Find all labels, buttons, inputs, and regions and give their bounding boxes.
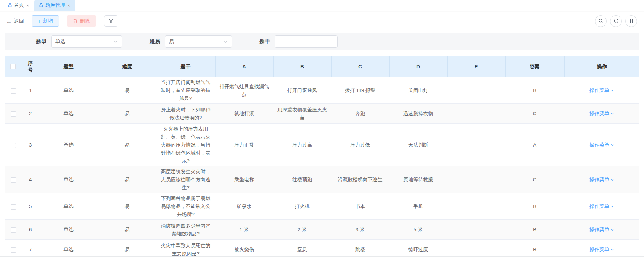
table-row: 2 单选 易 身上着火时，下列哪种做法是错误的? 就地打滚 用厚重衣物覆盖压灭火… bbox=[5, 104, 639, 124]
tab-label: 题库管理 bbox=[45, 2, 65, 9]
tab-question-bank[interactable]: 题库管理 × bbox=[34, 0, 76, 11]
stem-input[interactable] bbox=[275, 35, 338, 48]
chevron-down-icon bbox=[610, 228, 614, 232]
select-all-checkbox[interactable] bbox=[10, 64, 16, 69]
chevron-down-icon bbox=[610, 248, 614, 252]
chevron-down-icon bbox=[114, 40, 118, 44]
row-checkbox[interactable] bbox=[11, 88, 16, 94]
col-no: 序号 bbox=[22, 56, 39, 77]
cell-option-a: 矿泉水 bbox=[215, 193, 273, 220]
action-menu-label: 操作菜单 bbox=[589, 176, 609, 184]
cell-option-b: 2 米 bbox=[273, 220, 331, 240]
search-button[interactable] bbox=[595, 15, 607, 27]
tab-bar: 首页 × 题库管理 × bbox=[0, 0, 644, 11]
table-row: 7 单选 易 火灾中导致人员死亡的主要原因是? 被火烧伤 窒息 跳楼 惊吓过度 … bbox=[5, 240, 639, 258]
cell-option-b: 用厚重衣物覆盖压灭火苗 bbox=[273, 104, 331, 124]
type-select-value: 单选 bbox=[55, 38, 65, 45]
action-menu-link[interactable]: 操作菜单 bbox=[589, 110, 614, 118]
row-checkbox[interactable] bbox=[11, 177, 16, 183]
difficulty-select[interactable]: 易 bbox=[165, 35, 232, 48]
filter-group-difficulty: 难易 易 bbox=[150, 35, 232, 48]
cell-option-a: 1 米 bbox=[215, 220, 273, 240]
cell-option-a: 被火烧伤 bbox=[215, 240, 273, 258]
cell-stem: 高层建筑发生火灾时，人员应该往哪个方向逃生? bbox=[156, 166, 215, 193]
col-answer: 答案 bbox=[505, 56, 564, 77]
cell-option-b: 打开门窗通风 bbox=[273, 77, 331, 104]
chevron-down-icon bbox=[610, 143, 614, 147]
cell-type: 单选 bbox=[39, 124, 98, 166]
action-menu-link[interactable]: 操作菜单 bbox=[589, 226, 614, 234]
row-checkbox[interactable] bbox=[11, 204, 16, 210]
type-label: 题型 bbox=[36, 38, 47, 45]
table-row: 5 单选 易 下列哪种物品属于易燃易爆物品，不能带入公共场所? 矿泉水 打火机 … bbox=[5, 193, 639, 220]
footer-divider bbox=[0, 256, 644, 257]
cell-stem: 灭火器上的压力表用红、黄、绿三色表示灭火器的压力情况，当指针指在绿色区域时，表示… bbox=[156, 124, 215, 166]
filter-button[interactable] bbox=[104, 15, 118, 27]
difficulty-label: 难易 bbox=[150, 38, 160, 45]
chevron-down-icon bbox=[610, 89, 614, 92]
chevron-down-icon bbox=[610, 205, 614, 208]
row-checkbox[interactable] bbox=[11, 143, 16, 148]
add-button[interactable]: + 新增 bbox=[32, 15, 59, 27]
cell-option-b: 压力过高 bbox=[273, 124, 331, 166]
cell-no: 1 bbox=[22, 77, 39, 104]
cell-option-d: 无法判断 bbox=[389, 124, 447, 166]
cell-type: 单选 bbox=[39, 220, 98, 240]
back-label: 返回 bbox=[14, 18, 24, 24]
cell-answer: B bbox=[505, 240, 564, 258]
filter-group-stem: 题干 bbox=[259, 35, 338, 48]
filter-bar: 题型 单选 难易 易 题干 bbox=[5, 33, 639, 50]
toolbar: ← 返回 + 新增 删除 bbox=[0, 11, 644, 31]
cell-option-c: 奔跑 bbox=[331, 104, 389, 124]
action-menu-link[interactable]: 操作菜单 bbox=[589, 245, 614, 253]
col-e: E bbox=[447, 56, 505, 77]
action-menu-label: 操作菜单 bbox=[589, 110, 609, 118]
type-select[interactable]: 单选 bbox=[51, 35, 122, 48]
delete-label: 删除 bbox=[80, 18, 90, 24]
row-checkbox[interactable] bbox=[11, 247, 16, 253]
cell-option-e bbox=[447, 220, 505, 240]
cell-option-d: 惊吓过度 bbox=[389, 240, 447, 258]
action-menu-link[interactable]: 操作菜单 bbox=[589, 176, 614, 184]
cell-answer: B bbox=[505, 193, 564, 220]
cell-difficulty: 易 bbox=[98, 104, 156, 124]
refresh-button[interactable] bbox=[610, 15, 622, 27]
cell-no: 7 bbox=[22, 240, 39, 258]
action-menu-label: 操作菜单 bbox=[589, 86, 609, 94]
cell-option-c: 拨打 119 报警 bbox=[331, 77, 389, 104]
cell-option-d: 原地等待救援 bbox=[389, 166, 447, 193]
cell-no: 3 bbox=[22, 124, 39, 166]
cell-option-a: 乘坐电梯 bbox=[215, 166, 273, 193]
chevron-down-icon bbox=[610, 178, 614, 182]
action-menu-link[interactable]: 操作菜单 bbox=[589, 141, 614, 149]
action-menu-link[interactable]: 操作菜单 bbox=[589, 202, 614, 210]
back-button[interactable]: ← 返回 bbox=[6, 18, 24, 24]
table-row: 6 单选 易 消防栓周围多少米内严禁堆放物品? 1 米 2 米 3 米 5 米 … bbox=[5, 220, 639, 240]
row-checkbox[interactable] bbox=[11, 227, 16, 233]
difficulty-select-value: 易 bbox=[169, 38, 174, 45]
add-label: 新增 bbox=[43, 18, 53, 24]
close-icon[interactable]: × bbox=[67, 3, 71, 8]
table-header: 序号 题型 难度 题干 A B C D E 答案 操作 bbox=[5, 56, 639, 77]
cell-type: 单选 bbox=[39, 166, 98, 193]
tab-home[interactable]: 首页 × bbox=[3, 0, 34, 11]
cell-stem: 身上着火时，下列哪种做法是错误的? bbox=[156, 104, 215, 124]
cell-option-e bbox=[447, 240, 505, 258]
row-checkbox[interactable] bbox=[11, 111, 16, 117]
action-menu-link[interactable]: 操作菜单 bbox=[589, 86, 614, 94]
cell-option-d: 迅速脱掉衣物 bbox=[389, 104, 447, 124]
delete-button[interactable]: 删除 bbox=[67, 15, 96, 27]
cell-option-c: 沿疏散楼梯向下逃生 bbox=[331, 166, 389, 193]
col-c: C bbox=[331, 56, 389, 77]
cell-option-c: 3 米 bbox=[331, 220, 389, 240]
tab-label: 首页 bbox=[14, 2, 24, 9]
close-icon[interactable]: × bbox=[26, 3, 30, 8]
cell-answer: C bbox=[505, 104, 564, 124]
column-settings-button[interactable] bbox=[625, 15, 637, 27]
cell-no: 5 bbox=[22, 193, 39, 220]
cell-difficulty: 易 bbox=[98, 166, 156, 193]
cell-stem: 消防栓周围多少米内严禁堆放物品? bbox=[156, 220, 215, 240]
action-menu-label: 操作菜单 bbox=[589, 245, 609, 253]
action-menu-label: 操作菜单 bbox=[589, 141, 609, 149]
table-row: 4 单选 易 高层建筑发生火灾时，人员应该往哪个方向逃生? 乘坐电梯 往楼顶跑 … bbox=[5, 166, 639, 193]
